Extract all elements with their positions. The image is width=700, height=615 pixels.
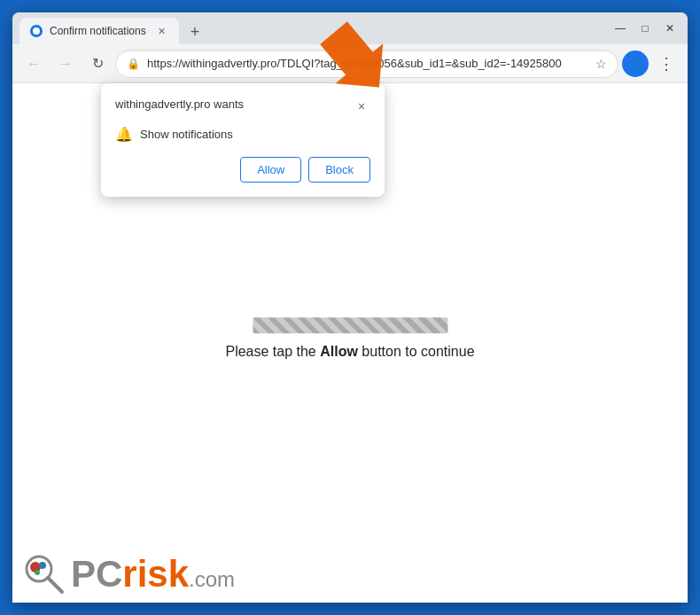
logo-com: .com — [189, 567, 235, 592]
title-bar: Confirm notifications ✕ + — □ ✕ — [12, 12, 688, 44]
browser-menu-button[interactable]: ⋮ — [652, 50, 681, 78]
popup-close-button[interactable]: × — [353, 97, 370, 115]
tab-close-button[interactable]: ✕ — [154, 24, 168, 38]
popup-permission-row: 🔔 Show notifications — [115, 126, 370, 143]
logo-pc: PC — [71, 553, 122, 596]
notification-popup: withingadvertly.pro wants × — [101, 83, 385, 197]
bell-icon: 🔔 — [115, 126, 133, 143]
permission-text: Show notifications — [140, 128, 233, 141]
close-button[interactable]: ✕ — [659, 18, 681, 39]
url-text: https://withingadvertly.pro/TDLQI?tag_id… — [147, 57, 588, 70]
maximize-button[interactable]: □ — [634, 18, 656, 39]
popup-site-text: withingadvertly.pro wants — [115, 97, 353, 111]
lock-icon: 🔒 — [127, 58, 140, 70]
new-tab-button[interactable]: + — [183, 19, 207, 44]
allow-button[interactable]: Allow — [240, 157, 301, 183]
bookmark-icon[interactable]: ☆ — [595, 57, 607, 71]
profile-icon: 👤 — [628, 57, 643, 71]
popup-header: withingadvertly.pro wants × — [115, 97, 370, 115]
back-button[interactable]: ← — [19, 50, 48, 78]
refresh-button[interactable]: ↻ — [83, 50, 112, 78]
active-tab[interactable]: Confirm notifications ✕ — [19, 18, 179, 44]
svg-line-6 — [48, 578, 62, 592]
profile-button[interactable]: 👤 — [622, 51, 649, 77]
popup-buttons: Allow Block — [115, 157, 370, 183]
forward-button[interactable]: → — [51, 50, 80, 78]
tab-favicon — [30, 25, 43, 37]
tab-title: Confirm notifications — [50, 25, 147, 37]
instruction-highlight: Allow — [320, 344, 358, 359]
logo-icon — [23, 553, 66, 596]
block-button[interactable]: Block — [308, 157, 370, 183]
browser-window: Confirm notifications ✕ + — □ ✕ ← → ↻ 🔒 … — [12, 12, 688, 603]
logo-text: PCrisk.com — [71, 553, 235, 596]
instruction-prefix: Please tap the — [225, 344, 320, 359]
center-content: Please tap the Allow button to continue — [225, 317, 474, 360]
toolbar: ← → ↻ 🔒 https://withingadvertly.pro/TDLQ… — [12, 44, 688, 83]
page-content: withingadvertly.pro wants × — [12, 83, 688, 603]
svg-point-5 — [35, 570, 40, 575]
address-bar[interactable]: 🔒 https://withingadvertly.pro/TDLQI?tag_… — [115, 50, 618, 78]
minimize-button[interactable]: — — [610, 18, 631, 39]
logo-area: PCrisk.com — [12, 546, 245, 603]
tab-strip: Confirm notifications ✕ + — [19, 12, 603, 44]
window-controls: — □ ✕ — [610, 18, 681, 39]
instruction-suffix: button to continue — [358, 344, 475, 359]
instruction-text: Please tap the Allow button to continue — [225, 344, 474, 360]
svg-point-4 — [39, 562, 46, 569]
progress-bar — [253, 317, 447, 333]
logo-risk: risk — [122, 553, 189, 596]
